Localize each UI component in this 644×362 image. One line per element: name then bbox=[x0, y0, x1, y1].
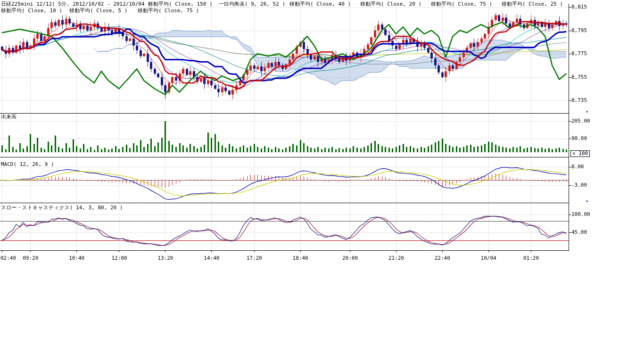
y-axis-label: 8,815 bbox=[571, 4, 587, 10]
x-axis-label: 12:00 bbox=[111, 255, 127, 261]
x-axis-label: 13:20 bbox=[157, 255, 173, 261]
chart-application-window: 日経225mini 12/12( 5分, 2012/10/02 - 2012/1… bbox=[0, 0, 644, 362]
y-axis-label: 8,795 bbox=[571, 28, 587, 33]
indicator-legend[interactable]: 移動平均( Close, 10 ) bbox=[1, 8, 69, 14]
macd-panel-label[interactable]: MACD( 12, 26, 9 ) bbox=[1, 162, 54, 167]
indicator-legend[interactable]: 一目均衡表( 9, 26, 52 ) bbox=[219, 1, 289, 7]
pane-scroll-up-icon[interactable]: ▲ bbox=[586, 109, 588, 113]
x-axis-label: 18:40 bbox=[293, 255, 308, 261]
x-axis-label: 14:40 bbox=[204, 255, 219, 261]
indicator-legend[interactable]: 移動平均( Close, 75 ) bbox=[138, 8, 206, 14]
x-axis-label: 17:20 bbox=[247, 255, 262, 261]
x-axis-label: 21:20 bbox=[388, 255, 404, 261]
price-chart-canvas[interactable] bbox=[0, 0, 594, 264]
pane-scroll-up-icon[interactable]: ▲ bbox=[586, 199, 588, 203]
y-axis-label: 8,755 bbox=[571, 74, 587, 80]
indicator-legend[interactable]: 移動平均( Close, 150 ) bbox=[148, 1, 219, 7]
x-axis-label: 01:20 bbox=[523, 255, 539, 261]
x-axis-label: 09:20 bbox=[23, 255, 38, 261]
y-axis-label: 100.00 bbox=[571, 212, 590, 217]
indicator-legend[interactable]: 移動平均( Close, 40 ) bbox=[289, 1, 360, 7]
volume-panel-label: 出来高 bbox=[1, 114, 17, 120]
y-axis-label: 45.00 bbox=[571, 230, 587, 235]
chart-header-row1: 日経225mini 12/12( 5分, 2012/10/02 - 2012/1… bbox=[1, 1, 572, 7]
indicator-legend[interactable]: 移動平均( Close, 20 ) bbox=[360, 1, 431, 7]
y-axis-label: 8,775 bbox=[571, 51, 587, 57]
x-axis-label: 22:40 bbox=[435, 255, 450, 261]
stochastic-panel-label[interactable]: スロー・ストキャスティクス( 14, 3, 80, 20 ) bbox=[1, 205, 123, 211]
y-axis-label: 8.00 bbox=[571, 164, 584, 170]
chart-header-row2: 移動平均( Close, 10 )移動平均( Close, 5 )移動平均( C… bbox=[1, 8, 206, 14]
x-axis-label: 10/04 bbox=[481, 255, 496, 261]
chart-title: 日経225mini 12/12( 5分, 2012/10/02 - 2012/1… bbox=[1, 1, 148, 7]
volume-multiplier-badge: × 100 bbox=[570, 150, 590, 157]
indicator-legend[interactable]: 移動平均( Close, 75 ) bbox=[431, 1, 502, 7]
y-axis-label: 8,735 bbox=[571, 98, 587, 103]
x-axis-label: 10:40 bbox=[69, 255, 84, 261]
y-axis-label: -3.00 bbox=[571, 182, 587, 188]
x-axis-label: 20:00 bbox=[342, 255, 358, 261]
indicator-legend[interactable]: 移動平均( Close, 5 ) bbox=[69, 8, 138, 14]
indicator-legend[interactable]: 移動平均( Close, 25 ) bbox=[502, 1, 572, 7]
y-axis-label: 205.00 bbox=[571, 118, 590, 124]
y-axis-label: 90.00 bbox=[571, 136, 587, 141]
x-axis-label: 02:40 bbox=[0, 255, 16, 261]
